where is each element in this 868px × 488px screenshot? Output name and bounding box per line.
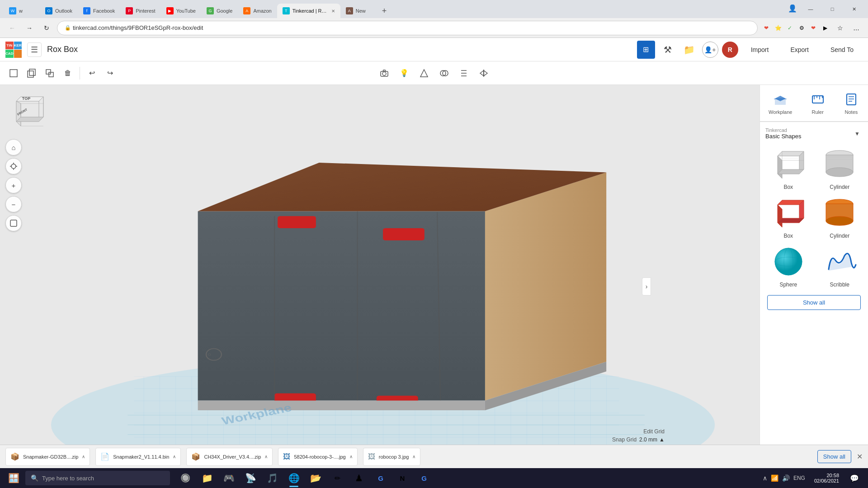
download-chevron-3[interactable]: ∧ [264, 454, 268, 459]
forward-button[interactable]: → [23, 21, 36, 35]
shape-cylinder-gray[interactable]: Cylinder [817, 147, 863, 190]
tab-5[interactable]: ▶ YouTube [161, 4, 201, 18]
app-toolbar: 🗑 ↩ ↪ 💡 [0, 61, 868, 85]
back-button[interactable]: ← [5, 21, 19, 35]
send-to-button[interactable]: Send To [821, 42, 863, 58]
mirror-button[interactable] [476, 65, 492, 81]
taskbar-files[interactable]: 📂 [306, 468, 326, 488]
snap-value-button[interactable]: 2.0 mm ▲ [639, 436, 665, 443]
ext-4[interactable]: ⚙ [797, 23, 807, 33]
taskbar-explorer[interactable]: 📁 [197, 468, 217, 488]
taskbar-search[interactable]: 🔍 Type here to search [25, 471, 170, 485]
category-dropdown-button[interactable]: ▼ [852, 128, 863, 139]
shape-sphere-blue[interactable]: Sphere [765, 244, 811, 288]
start-button[interactable]: 🪟 [4, 468, 24, 488]
minimize-button[interactable]: — [800, 2, 821, 16]
download-chevron-4[interactable]: ∧ [349, 454, 353, 459]
user-avatar[interactable]: R [722, 42, 738, 58]
align-button[interactable] [456, 65, 472, 81]
settings-button[interactable]: … [850, 22, 863, 34]
ruler-button[interactable]: Ruler [804, 89, 831, 117]
taskbar-steam[interactable]: 🎮 [219, 468, 239, 488]
add-user-button[interactable]: 👤+ [702, 42, 718, 58]
ext-3[interactable]: ✓ [785, 23, 795, 33]
shape-box-gray[interactable]: Box [765, 147, 811, 190]
import-button[interactable]: Import [742, 42, 778, 58]
ext-6[interactable]: ▶ [820, 23, 830, 33]
shape-scribble-blue[interactable]: Scribble [817, 244, 863, 288]
taskbar-browser[interactable]: 🌐 [284, 468, 304, 488]
taskbar-pencil[interactable]: ✏ [327, 468, 347, 488]
download-item-5[interactable]: 🖼 robocop 3.jpg ∧ [363, 448, 421, 466]
workplane-button[interactable]: Workplane [763, 89, 797, 117]
download-item-2[interactable]: 📄 Snapmaker2_V1.11.4.bin ∧ [95, 448, 181, 466]
camera-button[interactable] [376, 65, 392, 81]
taskbar-cortana[interactable]: 🔘 [175, 468, 195, 488]
tab-3[interactable]: f Facebook [78, 4, 120, 18]
ext-2[interactable]: ⭐ [773, 23, 783, 33]
download-chevron-5[interactable]: ∧ [412, 454, 415, 459]
new-shape-button[interactable] [5, 65, 22, 81]
maximize-button[interactable]: □ [822, 2, 843, 16]
shape-cylinder-orange[interactable]: Cylinder [817, 196, 863, 239]
tray-lang[interactable]: ENG [793, 475, 805, 481]
taskbar-music[interactable]: 🎵 [262, 468, 282, 488]
menu-button[interactable]: ☰ [27, 42, 42, 57]
undo-button[interactable]: ↩ [84, 65, 100, 81]
taskbar-notification[interactable]: 💬 [844, 468, 864, 488]
bookmark-button[interactable]: ☆ [834, 22, 846, 34]
shape-button[interactable] [416, 65, 432, 81]
download-item-3[interactable]: 📦 CH34X_Driver_V3.4....zip ∧ [186, 448, 273, 466]
tray-volume[interactable]: 🔊 [782, 474, 790, 482]
tab-4[interactable]: P Pinterest [120, 4, 160, 18]
shape-box-red[interactable]: Box [765, 196, 811, 239]
extensions-bar: ❤ ⭐ ✓ ⚙ ❤ ▶ [761, 23, 830, 33]
taskbar-chess[interactable]: ♟ [349, 468, 369, 488]
show-all-shapes-button[interactable]: Show all [767, 295, 861, 310]
grid-view-button[interactable]: ⊞ [637, 41, 655, 59]
close-button[interactable]: ✕ [844, 2, 864, 16]
taskbar-google2[interactable]: G [414, 468, 434, 488]
lightbulb-button[interactable]: 💡 [396, 65, 412, 81]
reload-button[interactable]: ↻ [40, 21, 53, 35]
tab-add[interactable]: + [377, 4, 395, 18]
ext-1[interactable]: ❤ [761, 23, 771, 33]
profile-icon[interactable]: 👤 [786, 2, 799, 14]
tab-close-icon[interactable]: ✕ [331, 9, 335, 14]
show-all-downloads-button[interactable]: Show all [817, 450, 851, 463]
downloads-bar-close-button[interactable]: ✕ [857, 452, 863, 461]
download-chevron-1[interactable]: ∧ [82, 454, 85, 459]
delete-button[interactable]: 🗑 [60, 65, 76, 81]
export-button[interactable]: Export [781, 42, 817, 58]
tab-1[interactable]: W w [4, 4, 40, 18]
subtract-button[interactable] [436, 65, 452, 81]
tab-2[interactable]: O Outlook [40, 4, 78, 18]
svg-rect-53 [847, 94, 856, 105]
download-item-4[interactable]: 🖼 58204-robocop-3-....jpg ∧ [278, 448, 357, 466]
address-bar[interactable]: 🔒 tinkercad.com/things/9FBOR1eSGpR-rox-b… [57, 21, 758, 35]
folder-button[interactable]: 📁 [680, 41, 698, 59]
viewport[interactable]: TOP FRONT ⌂ + − [0, 85, 760, 488]
tab-6[interactable]: G Google [201, 4, 238, 18]
copy-button[interactable] [24, 65, 40, 81]
taskbar-wireless[interactable]: 📡 [241, 468, 260, 488]
taskbar-notion[interactable]: N [392, 468, 412, 488]
redo-button[interactable]: ↪ [102, 65, 118, 81]
svg-rect-0 [10, 70, 17, 77]
tools-button[interactable]: ⚒ [659, 41, 677, 59]
tab-new[interactable]: A New [340, 4, 377, 18]
tray-up-arrow[interactable]: ∧ [763, 474, 767, 482]
taskbar-google[interactable]: G [371, 468, 391, 488]
edit-grid-button[interactable]: Edit Grid [643, 428, 665, 435]
taskbar-clock[interactable]: 20:58 02/06/2021 [811, 473, 843, 483]
duplicate-button[interactable] [42, 65, 58, 81]
logo-cell-i: KER [14, 42, 22, 50]
notes-button[interactable]: Notes [838, 89, 865, 117]
ext-5[interactable]: ❤ [808, 23, 818, 33]
tray-network[interactable]: 📶 [771, 474, 778, 482]
download-chevron-2[interactable]: ∧ [173, 454, 176, 459]
download-item-1[interactable]: 📦 Snapmaker-GD32B....zip ∧ [5, 448, 90, 466]
tab-tinkercad[interactable]: T Tinkercad | Rox Box ✕ [277, 4, 340, 18]
tab-7[interactable]: A Amazon [238, 4, 277, 18]
panel-collapse-button[interactable]: › [642, 277, 651, 296]
